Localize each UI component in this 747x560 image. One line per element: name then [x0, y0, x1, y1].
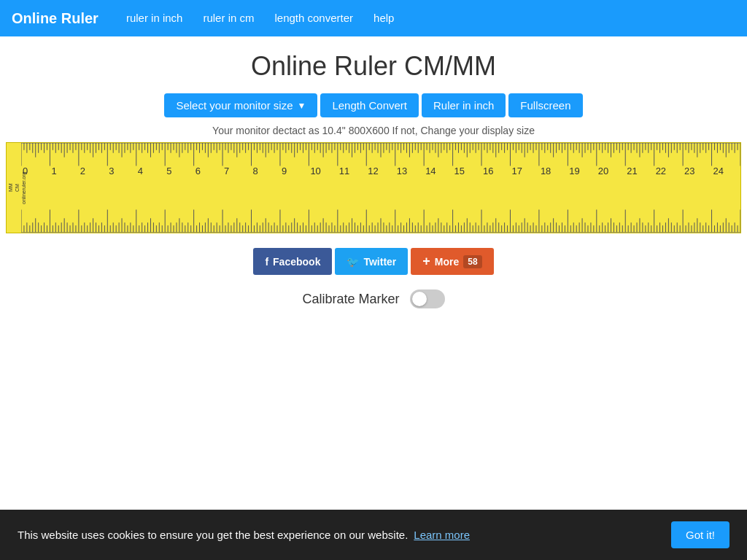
svg-text:15: 15: [454, 166, 465, 176]
svg-text:3: 3: [109, 166, 114, 176]
fullscreen-button[interactable]: Fullscreen: [508, 93, 582, 117]
svg-text:11: 11: [339, 166, 349, 176]
svg-text:13: 13: [397, 166, 407, 176]
svg-text:16: 16: [483, 166, 493, 176]
svg-text:0: 0: [23, 166, 28, 176]
svg-text:10: 10: [310, 166, 320, 176]
ruler-inch-button[interactable]: Ruler in inch: [422, 93, 506, 117]
svg-text:19: 19: [569, 166, 579, 176]
page-title: Online Ruler CM/MM: [251, 51, 496, 82]
monitor-info: Your monitor dectact as 10.4" 800X600 If…: [212, 125, 535, 136]
twitter-share-button[interactable]: 🐦 Twitter: [335, 248, 408, 275]
main-content: Online Ruler CM/MM Select your monitor s…: [0, 36, 747, 323]
svg-text:17: 17: [511, 166, 522, 176]
svg-text:2: 2: [80, 166, 85, 176]
share-buttons: f Facebook 🐦 Twitter + More 58: [253, 248, 493, 275]
nav-ruler-inch[interactable]: ruler in inch: [116, 0, 193, 36]
svg-text:21: 21: [627, 166, 637, 176]
toggle-knob: [412, 292, 427, 306]
nav-ruler-cm[interactable]: ruler in cm: [193, 0, 264, 36]
svg-text:1: 1: [51, 166, 56, 176]
svg-text:9: 9: [282, 166, 287, 176]
facebook-share-button[interactable]: f Facebook: [253, 248, 332, 275]
brand-logo[interactable]: Online Ruler: [12, 10, 98, 27]
svg-text:6: 6: [196, 166, 201, 176]
monitor-select-button[interactable]: Select your monitor size ▼: [164, 93, 317, 117]
toolbar: Select your monitor size ▼ Length Conver…: [164, 93, 582, 117]
svg-text:18: 18: [541, 166, 551, 176]
ruler-side-label: MM CM onlineruler.org: [8, 146, 20, 230]
svg-text:12: 12: [368, 166, 378, 176]
twitter-icon: 🐦: [347, 256, 359, 268]
svg-text:7: 7: [224, 166, 229, 176]
svg-text:8: 8: [253, 166, 258, 176]
ruler-ticks-svg: 0123456789101112131415161718192021222324…: [21, 143, 740, 233]
svg-text:5: 5: [166, 166, 171, 176]
plus-icon: +: [422, 254, 430, 269]
nav-length-converter[interactable]: length converter: [264, 0, 363, 36]
svg-text:20: 20: [598, 166, 608, 176]
navbar: Online Ruler ruler in inch ruler in cm l…: [0, 0, 747, 36]
facebook-label: Facebook: [273, 256, 320, 268]
calibrate-toggle[interactable]: [410, 289, 445, 308]
svg-text:23: 23: [684, 166, 694, 176]
more-label: More: [435, 256, 459, 268]
calibrate-label: Calibrate Marker: [302, 292, 399, 307]
calibrate-section: Calibrate Marker: [302, 289, 444, 308]
ruler-label-cm: CM: [15, 184, 20, 192]
nav-help[interactable]: help: [363, 0, 404, 36]
svg-text:24: 24: [713, 166, 724, 176]
nav-links: ruler in inch ruler in cm length convert…: [116, 0, 405, 36]
svg-text:4: 4: [138, 166, 143, 176]
share-count: 58: [463, 255, 481, 268]
monitor-select-label: Select your monitor size: [176, 99, 293, 112]
svg-text:14: 14: [425, 166, 436, 176]
more-share-button[interactable]: + More 58: [411, 248, 493, 275]
facebook-icon: f: [265, 256, 268, 268]
twitter-label: Twitter: [363, 256, 396, 268]
dropdown-arrow-icon: ▼: [298, 101, 306, 111]
ruler-label-mm: MM: [8, 184, 13, 192]
length-convert-button[interactable]: Length Convert: [320, 93, 419, 117]
ruler: MM CM onlineruler.org 012345678910111213…: [6, 142, 741, 233]
svg-text:22: 22: [656, 166, 666, 176]
